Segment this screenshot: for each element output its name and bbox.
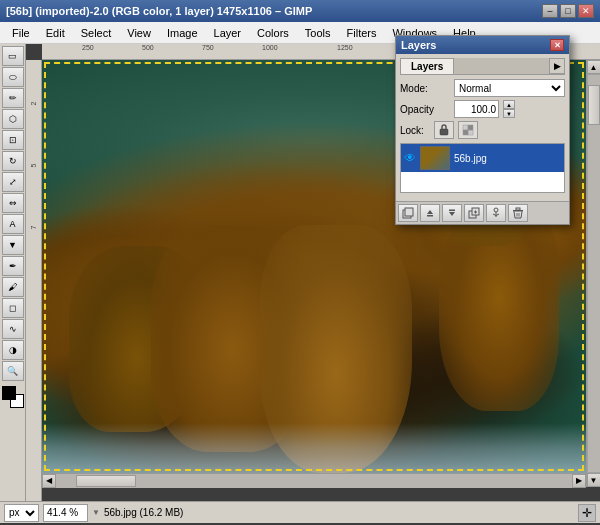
anchor-layer-icon <box>490 207 502 219</box>
foreground-color[interactable] <box>2 386 16 400</box>
layers-panel-title: Layers <box>401 39 436 51</box>
svg-rect-8 <box>449 210 455 212</box>
navigate-button[interactable]: ✛ <box>578 504 596 522</box>
new-layer-button[interactable] <box>398 204 418 222</box>
menu-image[interactable]: Image <box>159 23 206 43</box>
tool-smudge[interactable]: ∿ <box>2 319 24 339</box>
layer-thumbnail <box>420 146 450 170</box>
tool-free-select[interactable]: ✏ <box>2 88 24 108</box>
scroll-up-button[interactable]: ▲ <box>587 60 601 74</box>
svg-rect-3 <box>468 125 473 130</box>
svg-rect-4 <box>463 130 468 135</box>
menu-edit[interactable]: Edit <box>38 23 73 43</box>
scroll-track-horizontal[interactable] <box>56 474 572 488</box>
file-info: 56b.jpg (16.2 MB) <box>104 507 574 518</box>
svg-rect-16 <box>516 208 520 210</box>
tool-pencil[interactable]: ✒ <box>2 256 24 276</box>
tool-rotate[interactable]: ↻ <box>2 151 24 171</box>
tool-flip[interactable]: ⇔ <box>2 193 24 213</box>
layers-tab[interactable]: Layers <box>400 58 454 74</box>
duplicate-layer-icon <box>468 207 480 219</box>
tool-scale[interactable]: ⤢ <box>2 172 24 192</box>
layers-close-button[interactable]: ✕ <box>550 39 564 51</box>
tool-crop[interactable]: ⊡ <box>2 130 24 150</box>
ruler-v-mark-250: 2 <box>30 102 37 106</box>
ruler-vertical: 2 5 7 <box>26 60 42 501</box>
tool-dodge-burn[interactable]: ◑ <box>2 340 24 360</box>
menu-view[interactable]: View <box>119 23 159 43</box>
maximize-button[interactable]: □ <box>560 4 576 18</box>
svg-rect-1 <box>463 125 468 130</box>
ruler-mark-1000: 1000 <box>262 44 278 51</box>
ruler-mark-250: 250 <box>82 44 94 51</box>
layers-panel: Layers ✕ Layers ▶ Mode: Normal Multiply … <box>395 35 570 225</box>
svg-point-13 <box>494 208 498 212</box>
ruler-mark-500: 500 <box>142 44 154 51</box>
lock-alpha-button[interactable] <box>458 121 478 139</box>
menu-file[interactable]: File <box>4 23 38 43</box>
minimize-button[interactable]: – <box>542 4 558 18</box>
layer-item[interactable]: 👁 56b.jpg <box>401 144 564 172</box>
svg-rect-0 <box>440 129 448 135</box>
anchor-layer-button[interactable] <box>486 204 506 222</box>
scroll-down-button[interactable]: ▼ <box>587 473 601 487</box>
scroll-track-vertical[interactable] <box>587 74 601 473</box>
menu-filters[interactable]: Filters <box>339 23 385 43</box>
opacity-input[interactable]: 100.0 <box>454 100 499 118</box>
delete-layer-button[interactable] <box>508 204 528 222</box>
tool-bucket-fill[interactable]: ▼ <box>2 235 24 255</box>
layer-visibility-icon[interactable]: 👁 <box>404 151 416 165</box>
mode-select[interactable]: Normal Multiply Screen Overlay <box>454 79 565 97</box>
unit-select[interactable]: px in cm <box>4 504 39 522</box>
status-bar: px in cm 41.4 % ▼ 56b.jpg (16.2 MB) ✛ <box>0 501 600 523</box>
scroll-thumb-horizontal[interactable] <box>76 475 136 487</box>
menu-colors[interactable]: Colors <box>249 23 297 43</box>
layers-tab-arrow[interactable]: ▶ <box>549 58 565 74</box>
menu-layer[interactable]: Layer <box>206 23 250 43</box>
tool-paintbrush[interactable]: 🖌 <box>2 277 24 297</box>
opacity-down-arrow[interactable]: ▼ <box>503 109 515 118</box>
svg-rect-2 <box>468 130 473 135</box>
svg-rect-7 <box>427 215 433 217</box>
close-button[interactable]: ✕ <box>578 4 594 18</box>
mode-label: Mode: <box>400 83 450 94</box>
layers-tab-bar: Layers ▶ <box>400 58 565 75</box>
window-controls: – □ ✕ <box>542 4 594 18</box>
window-title: [56b] (imported)-2.0 (RGB color, 1 layer… <box>6 5 312 17</box>
lock-row: Lock: <box>400 121 565 139</box>
lower-layer-button[interactable] <box>442 204 462 222</box>
tool-ellipse-select[interactable]: ⬭ <box>2 67 24 87</box>
tool-rectangle-select[interactable]: ▭ <box>2 46 24 66</box>
opacity-up-arrow[interactable]: ▲ <box>503 100 515 109</box>
toolbox: ▭ ⬭ ✏ ⬡ ⊡ ↻ ⤢ ⇔ A ▼ ✒ 🖌 ◻ ∿ ◑ 🔍 <box>0 44 26 501</box>
horizontal-scrollbar: ◀ ▶ <box>42 473 586 487</box>
layer-name: 56b.jpg <box>454 153 561 164</box>
menu-tools[interactable]: Tools <box>297 23 339 43</box>
scroll-thumb-vertical[interactable] <box>588 85 600 125</box>
ruler-mark-1250: 1250 <box>337 44 353 51</box>
mode-row: Mode: Normal Multiply Screen Overlay <box>400 79 565 97</box>
menu-select[interactable]: Select <box>73 23 120 43</box>
water-splash <box>42 423 586 473</box>
scroll-right-button[interactable]: ▶ <box>572 474 586 488</box>
layers-panel-content: Layers ▶ Mode: Normal Multiply Screen Ov… <box>396 54 569 201</box>
layers-bottom-toolbar <box>396 201 569 224</box>
layer-list: 👁 56b.jpg <box>400 143 565 193</box>
tool-zoom[interactable]: 🔍 <box>2 361 24 381</box>
raise-layer-button[interactable] <box>420 204 440 222</box>
tool-fuzzy-select[interactable]: ⬡ <box>2 109 24 129</box>
new-layer-icon <box>402 207 414 219</box>
raise-layer-icon <box>425 208 435 218</box>
layers-title-bar[interactable]: Layers ✕ <box>396 36 569 54</box>
scroll-left-button[interactable]: ◀ <box>42 474 56 488</box>
lock-label: Lock: <box>400 125 430 136</box>
lock-alpha-icon <box>462 124 474 136</box>
triangle-icon: ▼ <box>92 508 100 517</box>
lock-pixels-button[interactable] <box>434 121 454 139</box>
duplicate-layer-button[interactable] <box>464 204 484 222</box>
lower-layer-icon <box>447 208 457 218</box>
ruler-v-mark-500: 5 <box>30 164 37 168</box>
tool-text[interactable]: A <box>2 214 24 234</box>
lock-pixels-icon <box>438 124 450 136</box>
tool-eraser[interactable]: ◻ <box>2 298 24 318</box>
